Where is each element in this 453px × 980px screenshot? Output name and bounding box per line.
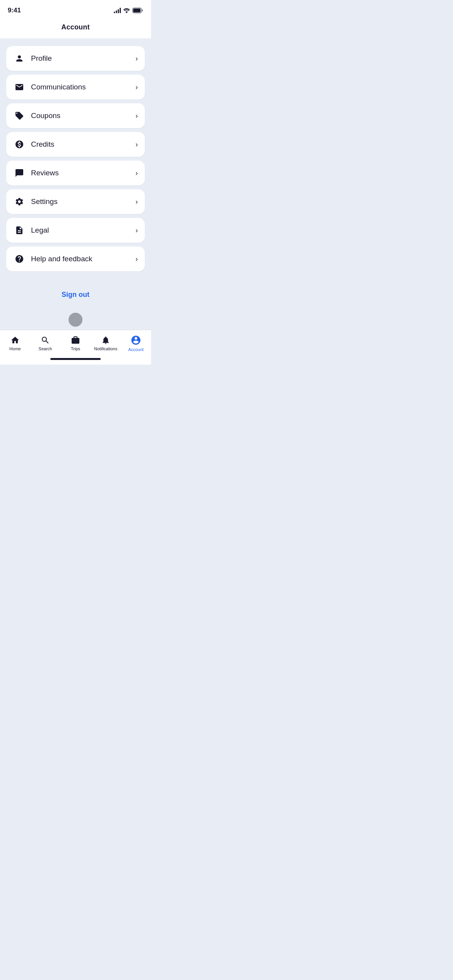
communications-label: Communications bbox=[31, 83, 136, 91]
legal-chevron: › bbox=[136, 226, 138, 235]
legal-label: Legal bbox=[31, 226, 136, 235]
tab-account-label: Account bbox=[128, 347, 144, 352]
mail-icon bbox=[13, 82, 26, 92]
status-icons bbox=[114, 8, 143, 13]
menu-item-communications[interactable]: Communications › bbox=[6, 75, 145, 99]
signal-icon bbox=[114, 8, 121, 13]
settings-chevron: › bbox=[136, 198, 138, 206]
menu-item-credits[interactable]: Credits › bbox=[6, 132, 145, 157]
tab-account[interactable]: Account bbox=[121, 333, 151, 353]
communications-chevron: › bbox=[136, 83, 138, 91]
battery-icon bbox=[132, 8, 143, 13]
menu-list: Profile › Communications › Coupons › Cre… bbox=[0, 38, 151, 279]
tab-search[interactable]: Search bbox=[30, 334, 60, 353]
home-bar-line bbox=[50, 358, 101, 360]
status-time: 9:41 bbox=[8, 7, 21, 14]
bell-icon bbox=[101, 336, 110, 345]
account-icon bbox=[130, 335, 141, 346]
help-chevron: › bbox=[136, 255, 138, 263]
home-indicator-area bbox=[0, 307, 151, 330]
tab-home-label: Home bbox=[9, 346, 21, 351]
home-bar bbox=[0, 355, 151, 365]
trips-icon bbox=[71, 336, 80, 345]
tab-home[interactable]: Home bbox=[0, 334, 30, 353]
menu-item-help[interactable]: Help and feedback › bbox=[6, 247, 145, 271]
sign-out-section: Sign out bbox=[0, 279, 151, 307]
settings-label: Settings bbox=[31, 197, 136, 206]
scroll-indicator bbox=[69, 313, 82, 327]
page-header: Account bbox=[0, 19, 151, 38]
profile-chevron: › bbox=[136, 55, 138, 63]
wifi-icon bbox=[123, 8, 130, 13]
help-label: Help and feedback bbox=[31, 255, 136, 263]
reviews-label: Reviews bbox=[31, 169, 136, 177]
tab-search-label: Search bbox=[39, 346, 52, 351]
help-icon bbox=[13, 254, 26, 264]
tab-trips[interactable]: Trips bbox=[60, 334, 91, 353]
menu-item-reviews[interactable]: Reviews › bbox=[6, 161, 145, 185]
gear-icon bbox=[13, 197, 26, 206]
tag-icon bbox=[13, 111, 26, 120]
menu-item-profile[interactable]: Profile › bbox=[6, 46, 145, 71]
tab-notifications-label: Notifications bbox=[94, 346, 117, 351]
menu-item-settings[interactable]: Settings › bbox=[6, 189, 145, 214]
tab-trips-label: Trips bbox=[71, 346, 80, 351]
tab-bar: Home Search Trips Notifications bbox=[0, 330, 151, 355]
search-icon bbox=[41, 336, 50, 345]
menu-item-legal[interactable]: Legal › bbox=[6, 218, 145, 243]
coupons-chevron: › bbox=[136, 112, 138, 120]
legal-icon bbox=[13, 226, 26, 235]
reviews-chevron: › bbox=[136, 169, 138, 177]
page-title: Account bbox=[61, 23, 89, 31]
credits-chevron: › bbox=[136, 140, 138, 149]
status-bar: 9:41 bbox=[0, 0, 151, 19]
menu-item-coupons[interactable]: Coupons › bbox=[6, 103, 145, 128]
sign-out-button[interactable]: Sign out bbox=[62, 291, 89, 299]
coupons-label: Coupons bbox=[31, 111, 136, 120]
chat-icon bbox=[13, 168, 26, 178]
svg-rect-1 bbox=[133, 9, 141, 12]
credits-label: Credits bbox=[31, 140, 136, 149]
person-icon bbox=[13, 54, 26, 63]
dollar-icon bbox=[13, 140, 26, 149]
home-icon bbox=[10, 336, 20, 345]
tab-notifications[interactable]: Notifications bbox=[91, 334, 121, 353]
profile-label: Profile bbox=[31, 54, 136, 63]
